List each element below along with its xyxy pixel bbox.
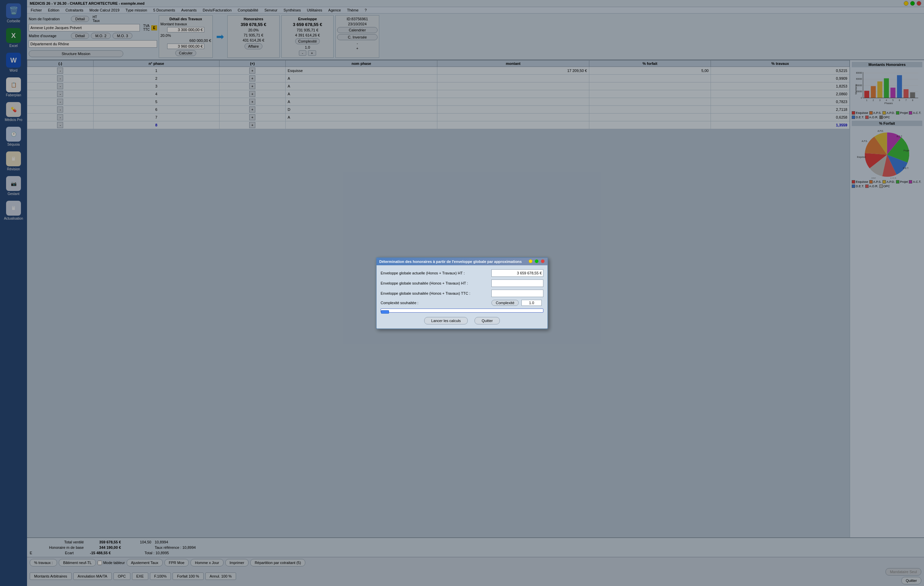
modal-buttons: Lancer les calculs Quitter — [381, 317, 543, 324]
modal-title: Détermination des honoraires à partir de… — [379, 260, 522, 263]
modal-complexite-input[interactable] — [521, 300, 542, 306]
modal-progress-bar — [381, 310, 389, 314]
modal-dialog: Détermination des honoraires à partir de… — [376, 257, 548, 329]
modal-quitter-button[interactable]: Quitter — [475, 317, 500, 324]
modal-lancer-button[interactable]: Lancer les calculs — [424, 317, 468, 324]
modal-close[interactable] — [541, 259, 545, 263]
modal-complexite-button[interactable]: Complexité — [492, 300, 519, 306]
modal-progress-container — [381, 308, 543, 313]
modal-body: Enveloppe globale actuelle (Honos + Trav… — [376, 265, 548, 328]
modal-env-ht-row: Enveloppe globale souhaitée (Honos + Tra… — [381, 280, 543, 287]
modal-env-actuelle-input[interactable] — [492, 269, 543, 277]
modal-complexite-row: Complexité souhaitée : Complexité — [381, 300, 543, 306]
modal-overlay: Détermination des honoraires à partir de… — [0, 0, 924, 586]
modal-titlebar: Détermination des honoraires à partir de… — [376, 258, 548, 265]
modal-controls — [528, 259, 545, 264]
modal-maximize[interactable] — [535, 259, 539, 263]
modal-env-ttc-row: Enveloppe globale souhaitée (Honos + Tra… — [381, 290, 543, 297]
modal-complexite-label: Complexité souhaitée : — [381, 301, 489, 305]
modal-env-ht-input[interactable] — [492, 280, 543, 287]
modal-env-ht-label: Enveloppe globale souhaitée (Honos + Tra… — [381, 281, 489, 285]
modal-env-actuelle-row: Enveloppe globale actuelle (Honos + Trav… — [381, 269, 543, 277]
modal-env-actuelle-label: Enveloppe globale actuelle (Honos + Trav… — [381, 271, 489, 275]
modal-env-ttc-input[interactable] — [492, 290, 543, 297]
modal-env-ttc-label: Enveloppe globale souhaitée (Honos + Tra… — [381, 291, 489, 295]
modal-minimize[interactable] — [528, 259, 533, 263]
